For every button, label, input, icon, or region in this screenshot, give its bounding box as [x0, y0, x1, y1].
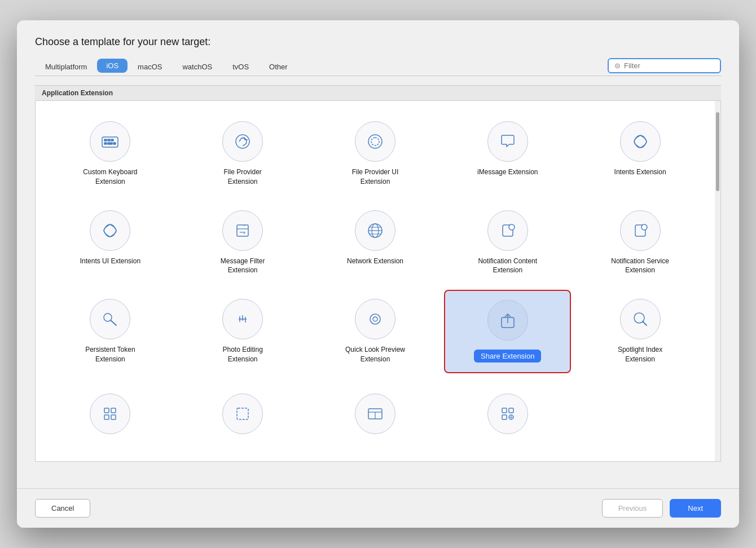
- item-quick-look[interactable]: Quick Look Preview Extension: [312, 290, 439, 373]
- item-share[interactable]: Share Extension: [444, 290, 571, 373]
- item-intents[interactable]: Intents Extension: [577, 112, 704, 196]
- custom-keyboard-icon: [90, 121, 130, 162]
- svg-rect-35: [104, 415, 109, 419]
- svg-rect-3: [111, 139, 113, 141]
- item-message-filter[interactable]: Message Filter Extension: [179, 201, 306, 285]
- intents-label: Intents Extension: [614, 167, 666, 177]
- item-spotlight[interactable]: Spotlight Index Extension: [577, 290, 704, 373]
- svg-rect-41: [509, 408, 513, 413]
- item-intents-ui[interactable]: Intents UI Extension: [47, 201, 174, 285]
- persistent-token-icon: [90, 299, 130, 339]
- notification-service-label: Notification Service Extension: [606, 257, 674, 276]
- custom-keyboard-label: Custom Keyboard Extension: [76, 167, 144, 187]
- dialog: Choose a template for your new target: M…: [17, 20, 739, 528]
- file-provider-label: File Provider Extension: [209, 167, 276, 187]
- tab-watchos[interactable]: watchOS: [172, 59, 222, 75]
- tab-bar-left: Multiplatform iOS macOS watchOS tvOS Oth…: [35, 59, 608, 75]
- persistent-token-label: Persistent Token Extension: [76, 345, 144, 364]
- quick-look-label: Quick Look Preview Extension: [341, 345, 409, 364]
- dialog-header: Choose a template for your new target: M…: [17, 20, 739, 76]
- tab-ios[interactable]: iOS: [97, 59, 128, 73]
- intents-icon: [620, 121, 661, 162]
- filter-input[interactable]: [624, 61, 714, 70]
- svg-rect-6: [113, 143, 116, 144]
- message-filter-label: Message Filter Extension: [209, 257, 276, 276]
- svg-point-18: [509, 224, 515, 230]
- file-provider-ui-icon: [355, 121, 395, 162]
- file-provider-icon: [222, 121, 263, 162]
- share-label: Share Extension: [474, 350, 541, 363]
- network-label: Network Extension: [347, 257, 403, 266]
- svg-rect-5: [108, 143, 112, 144]
- svg-point-28: [373, 317, 377, 321]
- svg-rect-40: [502, 408, 507, 413]
- partial-icon-3: [355, 394, 395, 434]
- svg-point-27: [370, 314, 380, 324]
- tab-tvos[interactable]: tvOS: [222, 59, 259, 75]
- tab-other[interactable]: Other: [259, 59, 298, 75]
- svg-rect-36: [111, 415, 116, 419]
- filter-icon: ⊜: [614, 61, 621, 70]
- file-provider-ui-label: File Provider UI Extension: [341, 167, 409, 187]
- item-file-provider-ui[interactable]: File Provider UI Extension: [312, 112, 439, 196]
- item-file-provider[interactable]: File Provider Extension: [179, 112, 306, 196]
- next-button[interactable]: Next: [670, 499, 721, 518]
- svg-point-7: [236, 135, 249, 148]
- message-filter-icon: [222, 210, 263, 251]
- partial-item-3: [312, 385, 439, 439]
- items-grid: Custom Keyboard Extension File Provider …: [36, 101, 720, 385]
- photo-editing-label: Photo Editing Extension: [209, 345, 276, 364]
- item-persistent-token[interactable]: Persistent Token Extension: [47, 290, 174, 373]
- spotlight-icon: [620, 299, 661, 339]
- item-notification-content[interactable]: Notification Content Extension: [444, 201, 571, 285]
- scrollbar-thumb[interactable]: [716, 112, 719, 191]
- dialog-footer: Cancel Previous Next: [17, 488, 739, 528]
- svg-line-32: [643, 321, 647, 325]
- quick-look-icon: [355, 299, 395, 339]
- partial-item-2: [179, 385, 306, 439]
- grid-container: Custom Keyboard Extension File Provider …: [35, 101, 721, 462]
- item-network[interactable]: Network Extension: [312, 201, 439, 285]
- svg-point-8: [368, 135, 382, 148]
- tab-macos[interactable]: macOS: [128, 59, 172, 75]
- item-notification-service[interactable]: Notification Service Extension: [577, 201, 704, 285]
- item-imessage[interactable]: iMessage Extension: [444, 112, 571, 196]
- cancel-button[interactable]: Cancel: [35, 499, 90, 518]
- svg-line-22: [111, 320, 116, 325]
- svg-rect-9: [237, 225, 248, 236]
- svg-rect-42: [502, 415, 507, 419]
- tab-bar: Multiplatform iOS macOS watchOS tvOS Oth…: [35, 58, 721, 76]
- share-icon: [487, 300, 528, 341]
- partial-icon-4: [487, 394, 528, 434]
- spotlight-label: Spotlight Index Extension: [606, 345, 674, 364]
- item-photo-editing[interactable]: Photo Editing Extension: [179, 290, 306, 373]
- svg-rect-33: [104, 408, 109, 413]
- notification-service-icon: [620, 210, 661, 251]
- partial-icon-1: [90, 394, 130, 434]
- partial-row: [36, 385, 720, 439]
- content-area: Application Extension: [17, 85, 739, 488]
- partial-icon-2: [222, 394, 263, 434]
- intents-ui-label: Intents UI Extension: [80, 257, 140, 266]
- notification-content-label: Notification Content Extension: [474, 257, 542, 276]
- svg-point-20: [641, 224, 647, 230]
- filter-box: ⊜: [608, 58, 721, 73]
- svg-rect-4: [104, 143, 107, 144]
- photo-editing-icon: [222, 299, 263, 339]
- svg-rect-34: [111, 408, 116, 413]
- footer-right: Previous Next: [602, 499, 721, 518]
- notification-content-icon: [487, 210, 528, 251]
- item-custom-keyboard[interactable]: Custom Keyboard Extension: [47, 112, 174, 196]
- intents-ui-icon: [90, 210, 130, 251]
- previous-button[interactable]: Previous: [602, 499, 663, 518]
- tab-multiplatform[interactable]: Multiplatform: [35, 59, 97, 75]
- scrollbar-track[interactable]: [715, 101, 720, 461]
- svg-rect-2: [108, 139, 110, 141]
- svg-rect-1: [104, 139, 107, 141]
- imessage-icon: [487, 121, 528, 162]
- section-header: Application Extension: [35, 85, 721, 101]
- dialog-title: Choose a template for your new target:: [35, 36, 721, 48]
- partial-item-4: [444, 385, 571, 439]
- network-icon: [355, 210, 395, 251]
- imessage-label: iMessage Extension: [477, 167, 538, 177]
